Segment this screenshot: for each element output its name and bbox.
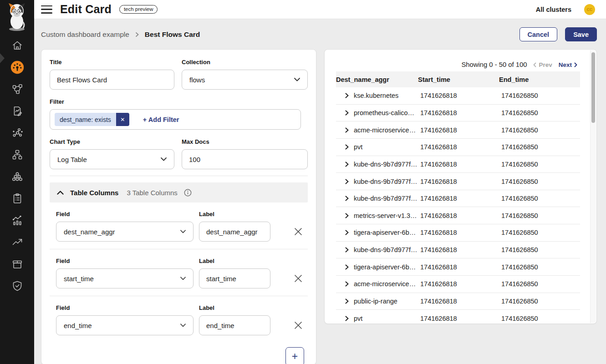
close-icon: [294, 321, 302, 329]
molecule-icon: [12, 127, 23, 138]
cluster-selector[interactable]: All clusters: [536, 6, 571, 13]
save-button[interactable]: Save: [565, 27, 597, 41]
expand-row-icon[interactable]: [345, 110, 349, 116]
table-column-row: Field dest_name_aggr Label: [50, 202, 308, 242]
table-row[interactable]: prometheus-calico… 1741626818 1741626850: [336, 105, 580, 122]
expand-row-icon[interactable]: [345, 179, 349, 184]
page-title: Edit Card: [60, 3, 112, 16]
table-row[interactable]: pvt 1741626818 1741626850: [336, 139, 580, 156]
table-row[interactable]: acme-microservice… 1741626818 1741626850: [336, 121, 580, 139]
table-row[interactable]: tigera-apiserver-6b… 1741626818 17416268…: [336, 224, 580, 242]
sidebar-item-home[interactable]: [11, 40, 23, 51]
calico-cat-logo[interactable]: [5, 2, 29, 31]
menu-button[interactable]: [41, 5, 52, 14]
expand-row-icon[interactable]: [345, 213, 349, 218]
expand-row-icon[interactable]: [345, 247, 349, 253]
chevron-right-icon: [135, 32, 139, 37]
sidebar-item-integrations[interactable]: [11, 258, 23, 270]
label-input[interactable]: [199, 268, 270, 288]
expand-row-icon[interactable]: [345, 264, 349, 270]
sidebar-item-connections[interactable]: [11, 127, 23, 139]
breadcrumb-parent[interactable]: Custom dashboard example: [41, 30, 129, 39]
add-column-button[interactable]: +: [285, 347, 304, 364]
field-select[interactable]: dest_name_aggr: [56, 222, 194, 242]
end-time-cell: 1741626850: [499, 109, 580, 116]
scrollbar-thumb[interactable]: [591, 52, 595, 123]
title-input[interactable]: [50, 70, 174, 90]
chart-type-select[interactable]: Log Table: [50, 149, 174, 169]
expand-row-icon[interactable]: [345, 93, 349, 98]
table-row[interactable]: kube-dns-9b7d977f… 1741626818 1741626850: [336, 156, 580, 173]
add-filter-button[interactable]: + Add Filter: [143, 116, 179, 123]
table-columns-section-header[interactable]: Table Columns 3 Table Columns: [50, 182, 308, 202]
avatar[interactable]: CC: [584, 4, 595, 15]
expand-row-icon[interactable]: [345, 127, 349, 133]
table-row[interactable]: metrics-server-v1.3… 1741626818 17416268…: [336, 207, 580, 224]
sidebar-item-activity[interactable]: [11, 214, 23, 226]
chevron-down-icon: [180, 324, 186, 327]
filter-chip-text: dest_name: exists: [55, 113, 116, 126]
start-time-cell: 1741626818: [418, 178, 499, 185]
expand-row-icon[interactable]: [345, 298, 349, 304]
dest-name-cell: acme-microservice…: [336, 126, 418, 134]
expand-row-icon[interactable]: [345, 316, 349, 321]
expand-row-icon[interactable]: [345, 144, 349, 150]
label-input[interactable]: [199, 315, 270, 335]
collection-select[interactable]: flows: [182, 70, 308, 90]
table-row[interactable]: kube-dns-9b7d977f… 1741626818 1741626850: [336, 190, 580, 207]
label-input[interactable]: [199, 222, 270, 242]
sidebar-item-dashboards[interactable]: [10, 61, 24, 74]
filter-box[interactable]: dest_name: exists ✕ + Add Filter: [50, 109, 301, 130]
table-row[interactable]: acme-microservice… 1741626818 1741626850: [336, 276, 580, 293]
table-row[interactable]: tigera-apiserver-6b… 1741626818 17416268…: [336, 258, 580, 276]
field-select[interactable]: start_time: [56, 268, 194, 288]
sidebar-item-topology[interactable]: [11, 149, 23, 161]
breadcrumb: Custom dashboard example Best Flows Card: [41, 30, 200, 39]
prev-page-button[interactable]: Prev: [533, 61, 552, 68]
start-time-cell: 1741626818: [418, 263, 499, 271]
start-time-cell: 1741626818: [418, 246, 499, 253]
start-time-cell: 1741626818: [418, 143, 499, 151]
end-time-cell: 1741626850: [499, 212, 580, 219]
dest-name-cell: kube-dns-9b7d977f…: [336, 161, 418, 168]
expand-row-icon[interactable]: [345, 196, 349, 201]
table-row[interactable]: kse.kubernetes 1741626818 1741626850: [336, 87, 580, 105]
remove-column-button[interactable]: [293, 222, 304, 242]
chart-type-label: Chart Type: [50, 138, 174, 145]
table-row[interactable]: pvt 1741626818 1741626850: [336, 310, 580, 324]
sidebar-item-clusters[interactable]: [11, 171, 23, 182]
max-docs-input[interactable]: [182, 149, 308, 169]
chevron-up-icon[interactable]: [57, 191, 64, 195]
remove-column-button[interactable]: [293, 268, 304, 288]
expand-row-icon[interactable]: [345, 281, 349, 287]
sidebar-item-compliance[interactable]: [11, 192, 23, 204]
scrollbar-track[interactable]: [590, 50, 596, 323]
start-time-cell: 1741626818: [418, 229, 499, 236]
end-time-cell: 1741626850: [499, 246, 580, 253]
end-time-cell: 1741626850: [499, 143, 580, 151]
shield-check-icon: [12, 280, 23, 291]
filter-chip-remove-button[interactable]: ✕: [116, 113, 129, 126]
stats-chart-icon: [12, 215, 23, 226]
info-icon[interactable]: [184, 189, 192, 197]
table-row[interactable]: kube-dns-9b7d977f… 1741626818 1741626850: [336, 242, 580, 259]
expand-row-icon[interactable]: [345, 230, 349, 235]
expand-row-icon[interactable]: [345, 162, 349, 167]
end-time-cell: 1741626850: [499, 126, 580, 134]
end-time-cell: 1741626850: [499, 229, 580, 236]
cancel-button[interactable]: Cancel: [519, 27, 558, 41]
table-column-rows: Field dest_name_aggr Label: [50, 202, 308, 335]
sidebar-item-trends[interactable]: [11, 236, 23, 248]
field-select[interactable]: end_time: [56, 315, 194, 335]
sidebar-item-logs[interactable]: [11, 105, 23, 117]
sidebar-item-security[interactable]: [11, 280, 23, 292]
dest-name-cell: tigera-apiserver-6b…: [336, 263, 418, 271]
table-row[interactable]: kube-dns-9b7d977f… 1741626818 1741626850: [336, 173, 580, 190]
remove-column-button[interactable]: [293, 315, 304, 335]
max-docs-label: Max Docs: [182, 138, 308, 145]
next-page-button[interactable]: Next: [559, 61, 577, 68]
table-row[interactable]: public-ip-range 1741626818 1741626850: [336, 293, 580, 310]
sidebar-item-service-graph[interactable]: [11, 83, 23, 95]
table-column-row: Field end_time Label: [50, 296, 308, 335]
preview-panel: Showing 0 - 50 of 100 Prev Next Dest_nam…: [324, 49, 597, 324]
